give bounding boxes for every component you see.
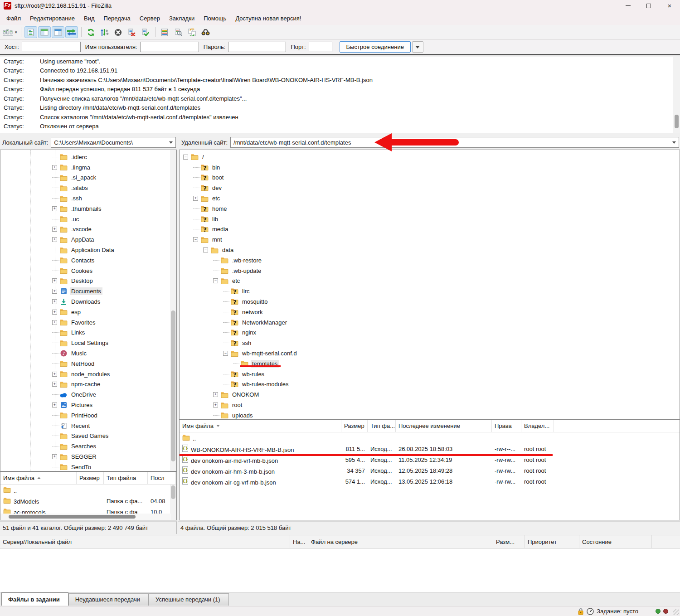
queue-column-header[interactable]: Приоритет	[525, 535, 579, 548]
file-row[interactable]: ..	[180, 432, 680, 443]
resize-grip[interactable]	[673, 609, 679, 615]
minimize-button[interactable]	[617, 0, 638, 11]
tree-item[interactable]: +.vscode	[0, 224, 176, 235]
local-tree-scrollbar-thumb[interactable]	[171, 310, 175, 461]
menu-item-3[interactable]: Передача	[99, 13, 135, 24]
column-header[interactable]: Тип файла	[104, 472, 148, 484]
tree-item[interactable]: Searches	[0, 441, 176, 451]
file-row[interactable]: ..	[0, 485, 176, 495]
tree-item[interactable]: OneDrive	[0, 389, 176, 400]
tree-item[interactable]: −wb-mqtt-serial.conf.d	[180, 348, 680, 359]
tree-item[interactable]: +Pictures	[0, 400, 176, 410]
toggle-log-button[interactable]	[24, 26, 37, 38]
column-header[interactable]: Последнее изменение	[396, 420, 492, 432]
tree-item[interactable]: +root	[180, 400, 680, 410]
file-row[interactable]: {}dev onokom-air-hm-3-mb-b.json34 357Исх…	[180, 465, 680, 476]
queue-column-header[interactable]: Состояние	[579, 535, 652, 548]
queue-column-header[interactable]: Файл на сервере	[308, 535, 493, 548]
file-row[interactable]: 3dModelsПапка с фа...04.08	[0, 495, 176, 506]
queue-column-header[interactable]: На...	[290, 535, 308, 548]
menu-item-4[interactable]: Сервер	[135, 13, 165, 24]
refresh-button[interactable]	[85, 26, 97, 38]
queue-tab-1[interactable]: Неудавшиеся передачи	[68, 593, 149, 606]
tree-item[interactable]: +.thumbnails	[0, 204, 176, 214]
tree-item[interactable]: ?lib	[180, 214, 680, 224]
tree-item[interactable]: PrintHood	[0, 410, 176, 421]
tree-item[interactable]: ?wb-rules	[180, 369, 680, 379]
tree-item[interactable]: ?home	[180, 204, 680, 214]
collapse-icon[interactable]: −	[223, 351, 228, 356]
local-site-combo[interactable]: C:\Users\Михаил\Documents\	[51, 137, 176, 148]
menu-item-1[interactable]: Редактирование	[25, 13, 79, 24]
column-header[interactable]: Права	[492, 420, 521, 432]
close-button[interactable]: ×	[659, 0, 680, 11]
tree-item[interactable]: .wb-restore	[180, 255, 680, 266]
cancel-button[interactable]	[112, 26, 125, 38]
tree-item[interactable]: +Favorites	[0, 317, 176, 328]
column-header[interactable]: Размер	[77, 472, 104, 484]
file-row[interactable]: {}WB-ONOKOM-AIR-HS-VRF-MB-B.json811 5...…	[180, 443, 680, 454]
tree-item[interactable]: +.lingma	[0, 162, 176, 173]
tree-item[interactable]: NetHood	[0, 359, 176, 369]
expand-icon[interactable]: +	[213, 403, 218, 407]
log-scrollbar[interactable]	[673, 57, 680, 133]
tree-item[interactable]: −data	[180, 245, 680, 255]
queue-tab-0[interactable]: Файлы в задании	[1, 592, 68, 606]
host-input[interactable]	[22, 42, 81, 52]
tree-item[interactable]: Contacts	[0, 255, 176, 266]
collapse-icon[interactable]: −	[213, 278, 218, 283]
tree-item[interactable]: ♪Music	[0, 348, 176, 359]
tree-item[interactable]: Saved Games	[0, 431, 176, 441]
directory-comparison-button[interactable]	[172, 26, 185, 38]
tree-item[interactable]: .ssh	[0, 193, 176, 204]
column-header[interactable]: Тип фа...	[368, 420, 396, 432]
local-list-hscrollbar-thumb[interactable]	[9, 515, 136, 519]
password-input[interactable]	[228, 42, 286, 52]
port-input[interactable]	[309, 42, 332, 52]
toggle-queue-button[interactable]	[65, 26, 78, 38]
process-queue-button[interactable]	[98, 26, 111, 38]
queue-column-header[interactable]: Сервер/Локальный файл	[0, 535, 290, 548]
queue-column-header[interactable]: Разм...	[493, 535, 525, 548]
log-scrollbar-thumb[interactable]	[675, 115, 679, 128]
username-input[interactable]	[140, 42, 199, 52]
tree-item[interactable]: −etc	[180, 276, 680, 286]
tree-item[interactable]: −mnt	[180, 234, 680, 245]
menu-item-2[interactable]: Вид	[79, 13, 99, 24]
tree-item[interactable]: +esp	[0, 307, 176, 317]
tree-item[interactable]: ?wb-rules-modules	[180, 379, 680, 390]
tree-item[interactable]: ?dev	[180, 183, 680, 193]
tree-item[interactable]: ?nginx	[180, 328, 680, 338]
tree-item[interactable]: .idlerc	[0, 152, 176, 162]
expand-icon[interactable]: +	[193, 196, 198, 201]
tree-item[interactable]: +npm-cache	[0, 379, 176, 390]
tree-item[interactable]: Application Data	[0, 245, 176, 255]
column-header[interactable]: Размер	[341, 420, 368, 432]
column-header[interactable]: Имя файла	[180, 420, 341, 432]
collapse-icon[interactable]: −	[193, 237, 198, 242]
collapse-icon[interactable]: −	[203, 247, 208, 252]
tree-item[interactable]: +Desktop	[0, 276, 176, 286]
maximize-button[interactable]	[638, 0, 659, 11]
menu-item-7[interactable]: Доступна новая версия!	[231, 13, 306, 24]
tree-item[interactable]: .uc	[0, 214, 176, 224]
local-list-vscrollbar-thumb[interactable]	[171, 485, 175, 499]
queue-tab-2[interactable]: Успешные передачи (1)	[149, 593, 228, 606]
quickconnect-button[interactable]: Быстрое соединение	[340, 41, 411, 53]
menu-item-5[interactable]: Закладки	[165, 13, 199, 24]
column-header[interactable]: Владел...	[521, 420, 554, 432]
tree-item[interactable]: .silabs	[0, 183, 176, 193]
tree-item[interactable]: −/	[180, 152, 680, 162]
tree-item[interactable]: ?NetworkManager	[180, 317, 680, 328]
tree-item[interactable]: Local Settings	[0, 338, 176, 348]
tree-item[interactable]: +node_modules	[0, 369, 176, 379]
column-header[interactable]: Имя файла	[0, 472, 77, 484]
collapse-icon[interactable]: −	[183, 155, 188, 160]
menu-item-6[interactable]: Помощь	[199, 13, 231, 24]
tree-item[interactable]: ?boot	[180, 173, 680, 183]
site-manager-button[interactable]: ▾	[2, 26, 18, 38]
tree-item[interactable]: .si_apack	[0, 173, 176, 183]
filter-button[interactable]	[159, 26, 171, 38]
tree-item[interactable]: ?media	[180, 224, 680, 235]
tree-item[interactable]: ?ssh	[180, 338, 680, 348]
